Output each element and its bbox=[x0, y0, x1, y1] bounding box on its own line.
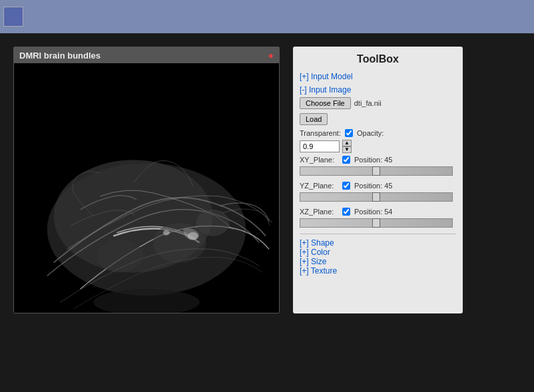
xy-plane-slider[interactable] bbox=[300, 166, 453, 176]
xy-position-label: Position: 45 bbox=[354, 156, 393, 164]
divider bbox=[300, 234, 456, 234]
file-name-label: dti_fa.nii bbox=[354, 99, 382, 107]
xz-plane-slider[interactable] bbox=[300, 218, 453, 228]
size-section: [+] Size bbox=[300, 257, 456, 266]
yz-slider-container bbox=[300, 192, 456, 204]
xy-plane-label: XY_Plane: bbox=[300, 156, 338, 164]
input-image-section: [-] Input Image Choose File dti_fa.nii L… bbox=[300, 85, 456, 230]
xy-plane-checkbox[interactable] bbox=[342, 156, 350, 164]
top-bar bbox=[0, 0, 534, 33]
xz-slider-container bbox=[300, 218, 456, 230]
color-header[interactable]: [+] Color bbox=[300, 248, 330, 257]
shape-header[interactable]: [+] Shape bbox=[300, 238, 334, 248]
xy-slider-container bbox=[300, 166, 456, 178]
app-icon bbox=[3, 7, 23, 27]
opacity-up-button[interactable]: ▲ bbox=[342, 140, 352, 146]
texture-section: [+] Texture bbox=[300, 266, 456, 276]
opacity-spinner: ▲ ▼ bbox=[342, 140, 352, 153]
svg-point-5 bbox=[196, 210, 230, 236]
svg-point-4 bbox=[97, 240, 143, 273]
xz-plane-row: XZ_Plane: Position: 54 bbox=[300, 208, 456, 216]
xz-plane-label: XZ_Plane: bbox=[300, 208, 338, 216]
opacity-input-row: ▲ ▼ bbox=[300, 140, 456, 153]
toolbox-panel: ToolBox [+] Input Model [-] Input Image … bbox=[293, 47, 463, 313]
transparent-row: Transparent: Opacity: bbox=[300, 129, 456, 137]
input-model-header[interactable]: [+] Input Model bbox=[300, 72, 353, 81]
canvas-panel: DMRI brain bundles ● bbox=[13, 47, 280, 313]
yz-plane-slider[interactable] bbox=[300, 192, 453, 202]
xy-plane-row: XY_Plane: Position: 45 bbox=[300, 156, 456, 164]
canvas-title-label: DMRI brain bundles bbox=[19, 51, 101, 61]
yz-position-label: Position: 45 bbox=[354, 182, 393, 190]
texture-header[interactable]: [+] Texture bbox=[300, 266, 337, 276]
shape-section: [+] Shape bbox=[300, 238, 456, 248]
file-row: Choose File dti_fa.nii bbox=[300, 97, 456, 109]
opacity-label: Opacity: bbox=[357, 129, 384, 137]
yz-plane-label: YZ_Plane: bbox=[300, 182, 338, 190]
canvas-viewport bbox=[14, 63, 279, 313]
input-image-header[interactable]: [-] Input Image bbox=[300, 85, 351, 95]
main-content: DMRI brain bundles ● bbox=[0, 33, 534, 327]
color-section: [+] Color bbox=[300, 248, 456, 257]
size-header[interactable]: [+] Size bbox=[300, 257, 326, 266]
toolbox-title: ToolBox bbox=[300, 53, 456, 65]
transparent-label: Transparent: bbox=[300, 129, 341, 137]
choose-file-button[interactable]: Choose File bbox=[300, 97, 351, 109]
yz-plane-row: YZ_Plane: Position: 45 bbox=[300, 182, 456, 190]
brain-visualization bbox=[14, 63, 279, 313]
opacity-input[interactable] bbox=[300, 140, 340, 152]
canvas-close-button[interactable]: ● bbox=[268, 50, 274, 61]
input-model-section: [+] Input Model bbox=[300, 72, 456, 81]
xz-position-label: Position: 54 bbox=[354, 208, 393, 216]
load-button[interactable]: Load bbox=[300, 113, 328, 125]
opacity-down-button[interactable]: ▼ bbox=[342, 146, 352, 153]
yz-plane-checkbox[interactable] bbox=[342, 182, 350, 190]
svg-point-7 bbox=[163, 230, 170, 236]
canvas-title-bar: DMRI brain bundles ● bbox=[14, 47, 279, 63]
xz-plane-checkbox[interactable] bbox=[342, 208, 350, 216]
transparent-checkbox[interactable] bbox=[345, 129, 353, 137]
